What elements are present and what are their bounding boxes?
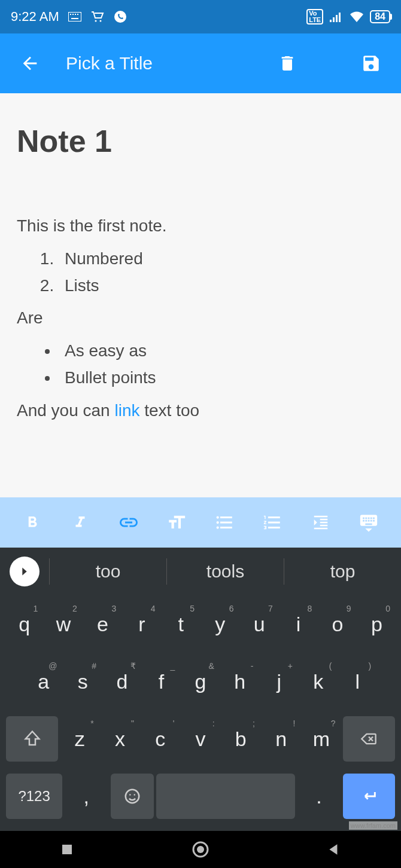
key-z[interactable]: z* (60, 716, 98, 762)
key-a[interactable]: a@ (25, 659, 62, 704)
delete-button[interactable] (275, 51, 299, 75)
svg-rect-3 (75, 14, 76, 15)
keyboard-row-1: q1w2e3r4t5y6u7i8o9p0 (0, 595, 401, 653)
key-g[interactable]: g& (182, 659, 219, 704)
suggestion-3[interactable]: top (284, 558, 401, 585)
save-button[interactable] (359, 51, 383, 75)
svg-point-8 (114, 11, 126, 23)
backspace-key[interactable] (343, 716, 395, 762)
key-x[interactable]: x" (101, 716, 139, 762)
svg-rect-0 (68, 12, 81, 22)
signal-icon (329, 11, 344, 23)
key-d[interactable]: d₹ (104, 659, 141, 704)
hide-keyboard-button[interactable] (354, 508, 383, 537)
app-bar: Pick a Title (0, 33, 401, 93)
key-t[interactable]: t5 (163, 601, 199, 647)
shift-key[interactable] (6, 716, 58, 762)
period-key[interactable]: . (297, 774, 341, 819)
suggestion-1[interactable]: too (49, 558, 166, 585)
emoji-key[interactable] (111, 774, 154, 819)
note-content-area[interactable]: Note 1 This is the first note. Numbered … (0, 93, 401, 497)
key-i[interactable]: i8 (280, 601, 317, 647)
symbols-key[interactable]: ?123 (6, 774, 62, 819)
key-o[interactable]: o9 (319, 601, 356, 647)
title-input[interactable]: Pick a Title (66, 53, 153, 74)
key-e[interactable]: e3 (84, 601, 121, 647)
list-item: Bullet points (59, 365, 384, 392)
indent-button[interactable] (306, 508, 335, 537)
list-item: Numbered (59, 246, 384, 273)
key-f[interactable]: f_ (143, 659, 180, 704)
italic-button[interactable] (66, 508, 95, 537)
svg-rect-11 (336, 15, 338, 22)
svg-point-6 (95, 20, 96, 22)
enter-key[interactable] (343, 774, 395, 819)
svg-rect-10 (333, 17, 335, 22)
svg-point-15 (133, 794, 135, 796)
key-r[interactable]: r4 (123, 601, 160, 647)
key-y[interactable]: y6 (202, 601, 238, 647)
svg-point-7 (99, 20, 101, 22)
home-button[interactable] (190, 839, 211, 860)
text-size-button[interactable] (162, 508, 191, 537)
key-p[interactable]: p0 (359, 601, 395, 647)
link-button[interactable] (114, 508, 143, 537)
battery-indicator: 84 (370, 10, 390, 23)
recent-apps-button[interactable] (56, 839, 78, 860)
keyboard-row-3: z*x"c'v:b;n!m? (0, 710, 401, 768)
svg-point-14 (129, 794, 131, 796)
key-s[interactable]: s# (65, 659, 102, 704)
bulleted-list: As easy as Bullet points (59, 338, 384, 392)
bulleted-list-button[interactable] (210, 508, 239, 537)
svg-rect-1 (70, 14, 71, 15)
svg-point-13 (126, 790, 139, 803)
key-c[interactable]: c' (141, 716, 179, 762)
soft-keyboard: too tools top q1w2e3r4t5y6u7i8o9p0 a@s#d… (0, 548, 401, 831)
key-b[interactable]: b; (222, 716, 260, 762)
svg-rect-12 (339, 13, 341, 22)
svg-point-18 (197, 846, 204, 853)
format-toolbar (0, 497, 401, 548)
cart-status-icon (90, 11, 105, 23)
expand-suggestions-button[interactable] (10, 557, 40, 586)
key-l[interactable]: l) (339, 659, 376, 704)
phone-status-icon (113, 11, 127, 23)
status-time: 9:22 AM (11, 9, 59, 25)
key-v[interactable]: v: (181, 716, 219, 762)
note-line-intro: This is the first note. (17, 213, 384, 240)
key-u[interactable]: u7 (241, 601, 277, 647)
keyboard-row-4: ?123 , . (0, 768, 401, 831)
status-bar: 9:22 AM VoLTE 84 (0, 0, 401, 33)
note-line-outro: And you can link text too (17, 398, 384, 424)
watermark: www.frfam.com (349, 821, 397, 830)
key-q[interactable]: q1 (6, 601, 42, 647)
key-k[interactable]: k( (300, 659, 337, 704)
comma-key[interactable]: , (65, 774, 108, 819)
bold-button[interactable] (18, 508, 47, 537)
svg-rect-2 (72, 14, 74, 15)
list-item: As easy as (59, 338, 384, 365)
note-body[interactable]: This is the first note. Numbered Lists A… (17, 213, 384, 424)
svg-rect-5 (71, 18, 78, 19)
note-title[interactable]: Note 1 (17, 123, 384, 159)
link-text[interactable]: link (114, 401, 139, 420)
nav-back-button[interactable] (323, 839, 345, 860)
key-w[interactable]: w2 (45, 601, 81, 647)
key-h[interactable]: h- (221, 659, 259, 704)
suggestion-bar: too tools top (0, 548, 401, 595)
wifi-icon (350, 11, 364, 23)
keyboard-row-2: a@s#d₹f_g&h-j+k(l) (0, 653, 401, 710)
numbered-list-button[interactable] (258, 508, 287, 537)
key-j[interactable]: j+ (260, 659, 297, 704)
volte-icon: VoLTE (306, 9, 323, 25)
space-key[interactable] (156, 774, 295, 819)
keyboard-status-icon (68, 11, 82, 23)
svg-rect-16 (62, 845, 72, 854)
back-button[interactable] (18, 51, 42, 75)
svg-rect-4 (77, 14, 78, 15)
key-n[interactable]: n! (262, 716, 300, 762)
key-m[interactable]: m? (302, 716, 340, 762)
svg-rect-9 (330, 20, 332, 22)
navigation-bar (0, 831, 401, 868)
suggestion-2[interactable]: tools (166, 558, 284, 585)
